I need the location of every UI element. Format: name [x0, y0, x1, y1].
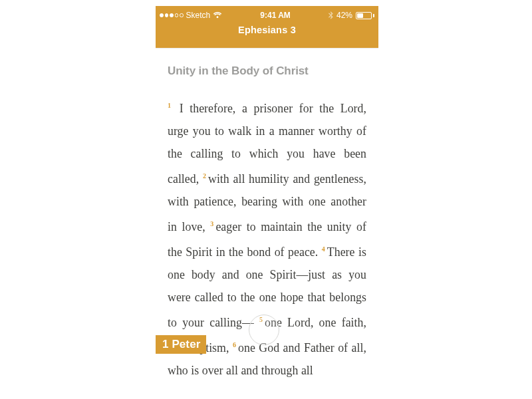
top-bar: Sketch 9:41 AM	[156, 6, 378, 48]
status-right: 42%	[329, 11, 374, 20]
verse-number[interactable]: 5	[259, 316, 265, 323]
battery-icon	[356, 12, 374, 19]
verse-number[interactable]: 2	[203, 172, 208, 180]
wifi-icon	[213, 12, 222, 19]
battery-percent: 42%	[336, 11, 352, 20]
nav-bar: Ephesians 3	[156, 22, 378, 51]
verse-number[interactable]: 6	[233, 341, 238, 348]
bluetooth-icon	[329, 11, 333, 19]
status-bar: Sketch 9:41 AM	[156, 9, 378, 22]
verse-number[interactable]: 3	[210, 220, 215, 227]
signal-strength-icon	[160, 13, 184, 17]
verse-number[interactable]: 1	[168, 102, 173, 109]
status-time: 9:41 AM	[260, 11, 291, 20]
quicknav-label[interactable]: 1 Peter	[156, 335, 206, 354]
carrier-label: Sketch	[186, 11, 211, 20]
content-area[interactable]: Unity in the Body of Christ 1 I therefor…	[156, 48, 378, 382]
verse-number[interactable]: 4	[322, 245, 327, 253]
section-heading: Unity in the Body of Christ	[168, 65, 366, 78]
status-left: Sketch	[160, 11, 222, 20]
nav-title[interactable]: Ephesians 3	[238, 25, 296, 35]
